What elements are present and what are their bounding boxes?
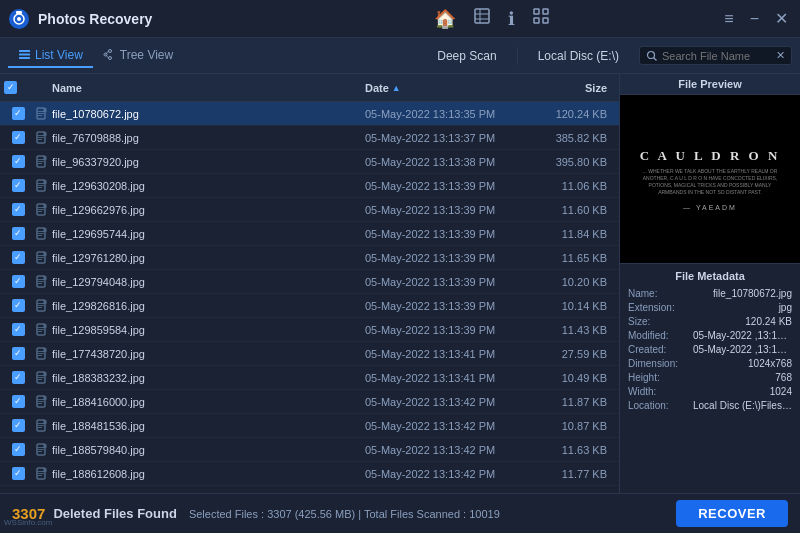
- home-icon[interactable]: 🏠: [434, 8, 456, 30]
- row-checkbox[interactable]: [4, 203, 32, 216]
- svg-point-2: [17, 17, 21, 21]
- table-row[interactable]: file_96337920.jpg 05-May-2022 13:13:38 P…: [0, 150, 619, 174]
- scan-icon[interactable]: [472, 6, 492, 31]
- svg-rect-96: [43, 444, 47, 448]
- table-row[interactable]: file_76709888.jpg 05-May-2022 13:13:37 P…: [0, 126, 619, 150]
- meta-label: Created:: [628, 344, 693, 355]
- row-checkbox[interactable]: [4, 323, 32, 336]
- row-checkbox[interactable]: [4, 443, 32, 456]
- file-name: file_129826816.jpg: [52, 300, 365, 312]
- file-icon: [32, 467, 52, 481]
- table-row[interactable]: file_188383232.jpg 05-May-2022 13:13:41 …: [0, 366, 619, 390]
- table-row[interactable]: file_129826816.jpg 05-May-2022 13:13:39 …: [0, 294, 619, 318]
- file-date: 05-May-2022 13:13:39 PM: [365, 276, 535, 288]
- recover-button[interactable]: RECOVER: [676, 500, 788, 527]
- table-row[interactable]: file_188612608.jpg 05-May-2022 13:13:42 …: [0, 462, 619, 486]
- file-size: 10.49 KB: [535, 372, 615, 384]
- svg-rect-25: [38, 115, 42, 116]
- grid-icon[interactable]: [531, 6, 551, 31]
- list-view-tab[interactable]: List View: [8, 44, 93, 68]
- metadata-row: Name: file_10780672.jpg: [628, 288, 792, 299]
- table-row[interactable]: file_129761280.jpg 05-May-2022 13:13:39 …: [0, 246, 619, 270]
- svg-rect-61: [43, 276, 47, 280]
- meta-label: Width:: [628, 386, 693, 397]
- row-checkbox[interactable]: [4, 251, 32, 264]
- file-size: 10.14 KB: [535, 300, 615, 312]
- table-row[interactable]: file_129630208.jpg 05-May-2022 13:13:39 …: [0, 174, 619, 198]
- search-box[interactable]: ✕: [639, 46, 792, 65]
- checkbox-icon: [12, 107, 25, 120]
- table-row[interactable]: file_188481536.jpg 05-May-2022 13:13:42 …: [0, 414, 619, 438]
- svg-rect-51: [43, 228, 47, 232]
- svg-rect-39: [38, 185, 44, 186]
- table-row[interactable]: file_129662976.jpg 05-May-2022 13:13:39 …: [0, 198, 619, 222]
- row-checkbox[interactable]: [4, 467, 32, 480]
- metadata-area: File Metadata Name: file_10780672.jpg Ex…: [620, 264, 800, 493]
- file-size: 395.80 KB: [535, 156, 615, 168]
- close-button[interactable]: ✕: [771, 7, 792, 30]
- info-icon[interactable]: ℹ: [508, 8, 515, 30]
- deep-scan-button[interactable]: Deep Scan: [429, 45, 504, 67]
- file-date: 05-May-2022 13:13:42 PM: [365, 396, 535, 408]
- search-input[interactable]: [662, 50, 772, 62]
- svg-point-20: [648, 51, 655, 58]
- svg-rect-49: [38, 233, 44, 234]
- table-row[interactable]: file_129695744.jpg 05-May-2022 13:13:39 …: [0, 222, 619, 246]
- table-row[interactable]: file_177438720.jpg 05-May-2022 13:13:41 …: [0, 342, 619, 366]
- file-name: file_129859584.jpg: [52, 324, 365, 336]
- header-size[interactable]: Size: [535, 82, 615, 94]
- file-date: 05-May-2022 13:13:39 PM: [365, 180, 535, 192]
- local-disc-button[interactable]: Local Disc (E:\): [530, 45, 627, 67]
- status-bar: 3307 Deleted Files Found Selected Files …: [0, 493, 800, 533]
- row-checkbox[interactable]: [4, 131, 32, 144]
- meta-label: Height:: [628, 372, 693, 383]
- row-checkbox[interactable]: [4, 347, 32, 360]
- file-icon: [32, 131, 52, 145]
- row-checkbox[interactable]: [4, 371, 32, 384]
- metadata-row: Modified: 05-May-2022 ,13:13 PM: [628, 330, 792, 341]
- header-date[interactable]: Date ▲: [365, 82, 535, 94]
- svg-rect-64: [38, 305, 44, 306]
- minimize-button[interactable]: −: [746, 8, 763, 30]
- select-all-checkbox[interactable]: [4, 81, 17, 94]
- checkbox-icon: [12, 275, 25, 288]
- file-name: file_129761280.jpg: [52, 252, 365, 264]
- meta-value: 1024: [693, 386, 792, 397]
- table-row[interactable]: file_129859584.jpg 05-May-2022 13:13:39 …: [0, 318, 619, 342]
- table-row[interactable]: file_129794048.jpg 05-May-2022 13:13:39 …: [0, 270, 619, 294]
- clear-search-icon[interactable]: ✕: [776, 49, 785, 62]
- row-checkbox[interactable]: [4, 227, 32, 240]
- row-checkbox[interactable]: [4, 107, 32, 120]
- svg-rect-79: [38, 377, 44, 378]
- file-icon: [32, 155, 52, 169]
- file-icon: [32, 275, 52, 289]
- row-checkbox[interactable]: [4, 275, 32, 288]
- file-name: file_96337920.jpg: [52, 156, 365, 168]
- row-checkbox[interactable]: [4, 155, 32, 168]
- table-row[interactable]: file_188579840.jpg 05-May-2022 13:13:42 …: [0, 438, 619, 462]
- checkbox-icon: [12, 299, 25, 312]
- svg-rect-71: [43, 324, 47, 328]
- row-checkbox[interactable]: [4, 419, 32, 432]
- svg-rect-55: [38, 259, 42, 260]
- metadata-row: Extension: jpg: [628, 302, 792, 313]
- tree-view-tab[interactable]: Tree View: [93, 44, 183, 68]
- table-row[interactable]: file_188416000.jpg 05-May-2022 13:13:42 …: [0, 390, 619, 414]
- row-checkbox[interactable]: [4, 395, 32, 408]
- svg-rect-85: [38, 403, 42, 404]
- view-tabs: List View Tree View: [8, 44, 183, 68]
- menu-button[interactable]: ≡: [720, 8, 737, 30]
- table-row[interactable]: file_10780672.jpg 05-May-2022 13:13:35 P…: [0, 102, 619, 126]
- tree-view-label: Tree View: [120, 48, 173, 62]
- svg-rect-80: [38, 379, 42, 380]
- row-checkbox[interactable]: [4, 179, 32, 192]
- header-checkbox[interactable]: [4, 81, 32, 94]
- row-checkbox[interactable]: [4, 299, 32, 312]
- table-header: Name Date ▲ Size: [0, 74, 619, 102]
- svg-rect-81: [43, 372, 47, 376]
- sort-arrow-icon: ▲: [392, 83, 401, 93]
- svg-rect-9: [543, 9, 548, 14]
- header-name[interactable]: Name: [52, 82, 365, 94]
- meta-label: Location:: [628, 400, 693, 411]
- file-date: 05-May-2022 13:13:42 PM: [365, 444, 535, 456]
